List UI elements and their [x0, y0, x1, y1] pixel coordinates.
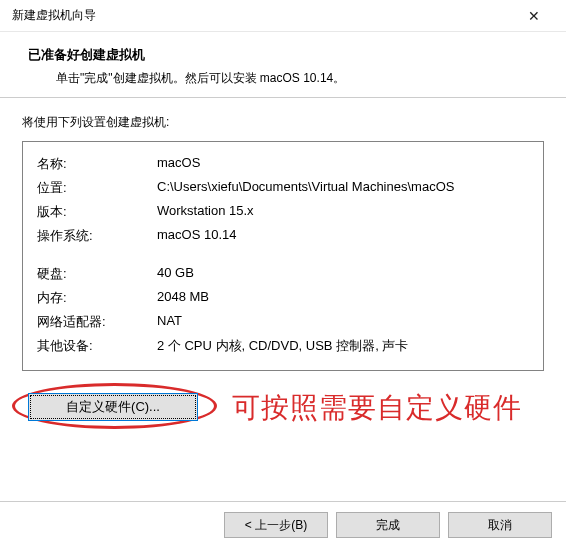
value-disk: 40 GB: [157, 265, 529, 283]
row-version: 版本: Workstation 15.x: [37, 200, 529, 224]
window-title: 新建虚拟机向导: [12, 7, 514, 24]
label-network: 网络适配器:: [37, 313, 157, 331]
customize-area: 自定义硬件(C)... 可按照需要自定义硬件: [22, 389, 544, 429]
label-other: 其他设备:: [37, 337, 157, 355]
page-subtitle: 单击"完成"创建虚拟机。然后可以安装 macOS 10.14。: [28, 70, 542, 87]
label-version: 版本:: [37, 203, 157, 221]
label-os: 操作系统:: [37, 227, 157, 245]
row-os: 操作系统: macOS 10.14: [37, 224, 529, 248]
title-bar: 新建虚拟机向导 ✕: [0, 0, 566, 32]
value-os: macOS 10.14: [157, 227, 529, 245]
label-memory: 内存:: [37, 289, 157, 307]
label-location: 位置:: [37, 179, 157, 197]
lead-text: 将使用下列设置创建虚拟机:: [22, 114, 544, 131]
customize-hardware-button[interactable]: 自定义硬件(C)...: [28, 393, 198, 421]
value-network: NAT: [157, 313, 529, 331]
annotation-text: 可按照需要自定义硬件: [232, 389, 522, 427]
label-disk: 硬盘:: [37, 265, 157, 283]
row-disk: 硬盘: 40 GB: [37, 262, 529, 286]
wizard-footer: < 上一步(B) 完成 取消: [0, 501, 566, 548]
value-memory: 2048 MB: [157, 289, 529, 307]
label-name: 名称:: [37, 155, 157, 173]
row-other: 其他设备: 2 个 CPU 内核, CD/DVD, USB 控制器, 声卡: [37, 334, 529, 358]
row-location: 位置: C:\Users\xiefu\Documents\Virtual Mac…: [37, 176, 529, 200]
page-title: 已准备好创建虚拟机: [28, 46, 542, 64]
value-location: C:\Users\xiefu\Documents\Virtual Machine…: [157, 179, 529, 197]
value-name: macOS: [157, 155, 529, 173]
finish-button[interactable]: 完成: [336, 512, 440, 538]
row-name: 名称: macOS: [37, 152, 529, 176]
value-other: 2 个 CPU 内核, CD/DVD, USB 控制器, 声卡: [157, 337, 529, 355]
row-memory: 内存: 2048 MB: [37, 286, 529, 310]
value-version: Workstation 15.x: [157, 203, 529, 221]
wizard-header: 已准备好创建虚拟机 单击"完成"创建虚拟机。然后可以安装 macOS 10.14…: [0, 32, 566, 97]
cancel-button[interactable]: 取消: [448, 512, 552, 538]
close-icon[interactable]: ✕: [514, 2, 554, 30]
wizard-body: 将使用下列设置创建虚拟机: 名称: macOS 位置: C:\Users\xie…: [0, 98, 566, 439]
back-button[interactable]: < 上一步(B): [224, 512, 328, 538]
row-network: 网络适配器: NAT: [37, 310, 529, 334]
settings-panel: 名称: macOS 位置: C:\Users\xiefu\Documents\V…: [22, 141, 544, 371]
